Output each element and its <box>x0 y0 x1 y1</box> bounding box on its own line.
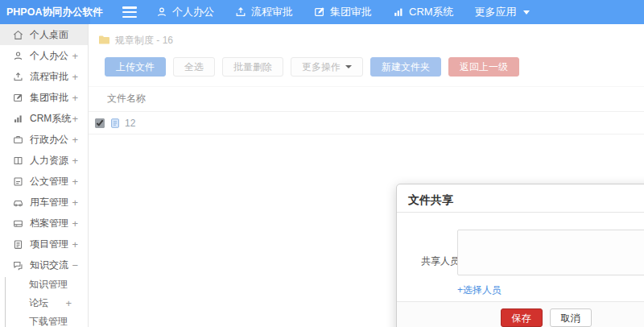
sidebar-item-admin-office[interactable]: 行政办公 + <box>0 129 88 150</box>
nav-label: 集团审批 <box>330 5 372 19</box>
sidebar-subitem-download-mgmt[interactable]: 下载管理 <box>0 313 88 327</box>
chat-bubbles-icon <box>13 260 23 271</box>
sidebar-item-group-approval[interactable]: 集团审批 + <box>0 87 88 108</box>
edit-square-icon <box>13 93 23 103</box>
sidebar-item-hr[interactable]: 人力资源 + <box>0 150 88 171</box>
nav-label: 流程审批 <box>251 5 293 19</box>
sidebar-item-process-approval[interactable]: 流程审批 + <box>0 66 88 87</box>
briefcase-icon <box>13 135 23 145</box>
sidebar-item-label: 集团审批 <box>30 91 72 105</box>
sidebar-item-vehicle-mgmt[interactable]: 用车管理 + <box>0 192 88 213</box>
sidebar-item-label: 档案管理 <box>30 217 72 230</box>
file-icon <box>109 118 121 129</box>
upload-file-button[interactable]: 上传文件 <box>105 57 166 77</box>
file-name-column-header: 文件名称 <box>89 86 644 112</box>
app-window: PHPOA协同办公软件 个人办公 流程审批 集团审批 CRM系统 更多应用 <box>0 0 644 327</box>
knowledge-exchange-submenu: 知识管理 论坛 + 下载管理 <box>0 275 88 327</box>
modal-footer: 保存 取消 <box>397 301 644 327</box>
more-actions-dropdown[interactable]: 更多操作 <box>291 57 363 77</box>
expand-plus-icon[interactable]: + <box>72 238 78 250</box>
share-personnel-input[interactable] <box>457 230 644 275</box>
modal-title: 文件共享 <box>408 193 453 206</box>
document-edit-icon <box>13 176 23 187</box>
hamburger-menu-icon[interactable] <box>122 6 137 18</box>
bar-chart-icon <box>13 114 23 124</box>
expand-plus-icon[interactable]: + <box>72 134 78 146</box>
sidebar-subitem-label: 知识管理 <box>29 278 72 292</box>
home-icon <box>13 30 23 40</box>
car-icon <box>13 197 23 208</box>
batch-delete-button[interactable]: 批量删除 <box>222 57 283 77</box>
top-navigation: 个人办公 流程审批 集团审批 CRM系统 更多应用 <box>156 5 530 19</box>
sidebar-item-project-mgmt[interactable]: 项目管理 + <box>0 234 88 255</box>
nav-process-approval[interactable]: 流程审批 <box>235 5 293 19</box>
sidebar: 个人桌面 个人办公 + 流程审批 + 集团审批 + CRM系统 + 行政办公 + <box>0 24 89 327</box>
book-icon <box>13 155 23 166</box>
new-folder-button[interactable]: 新建文件夹 <box>370 57 441 77</box>
user-icon <box>13 51 23 61</box>
file-share-modal: 文件共享 共享人员 +选择人员 保存 取消 <box>396 184 644 327</box>
sidebar-item-crm[interactable]: CRM系统 + <box>0 108 88 129</box>
sidebar-item-label: 行政办公 <box>30 133 72 147</box>
sidebar-subitem-forum[interactable]: 论坛 + <box>0 294 88 313</box>
sidebar-item-label: 人力资源 <box>30 154 72 168</box>
sidebar-item-label: 流程审批 <box>30 70 72 84</box>
user-icon <box>156 6 167 18</box>
expand-plus-icon[interactable]: + <box>65 297 72 309</box>
collapse-minus-icon[interactable]: − <box>72 259 78 271</box>
sidebar-item-personal-office[interactable]: 个人办公 + <box>0 45 88 66</box>
expand-plus-icon[interactable]: + <box>72 217 78 230</box>
sidebar-subitem-knowledge-mgmt[interactable]: 知识管理 <box>0 275 88 294</box>
breadcrumb: 规章制度 - 16 <box>89 24 644 48</box>
drive-icon <box>13 218 23 229</box>
bar-chart-icon <box>393 6 404 18</box>
sidebar-item-label: 个人办公 <box>30 49 72 63</box>
sidebar-subitem-label: 论坛 <box>29 296 65 310</box>
sidebar-item-archive-mgmt[interactable]: 档案管理 + <box>0 213 88 234</box>
expand-plus-icon[interactable]: + <box>72 155 78 167</box>
caret-down-icon <box>523 10 530 14</box>
sidebar-item-label: 个人桌面 <box>30 28 78 42</box>
expand-plus-icon[interactable]: + <box>72 176 78 188</box>
choose-personnel-link[interactable]: +选择人员 <box>457 284 502 297</box>
submenu-guide-line <box>5 277 6 327</box>
breadcrumb-text: 规章制度 - 16 <box>115 34 173 48</box>
expand-plus-icon[interactable]: + <box>72 197 78 209</box>
sidebar-item-label: 用车管理 <box>30 196 72 209</box>
expand-plus-icon[interactable]: + <box>72 113 78 125</box>
nav-label: CRM系统 <box>409 5 454 19</box>
upload-tray-icon <box>13 72 23 82</box>
sidebar-item-label: 公文管理 <box>30 175 72 188</box>
share-personnel-label: 共享人员 <box>421 255 460 268</box>
row-checkbox[interactable] <box>95 118 105 128</box>
cancel-button[interactable]: 取消 <box>550 308 592 327</box>
more-actions-label: 更多操作 <box>302 61 341 72</box>
folder-icon <box>98 35 110 48</box>
sidebar-item-personal-desktop[interactable]: 个人桌面 <box>0 24 88 45</box>
nav-personal-office[interactable]: 个人办公 <box>156 5 214 19</box>
table-row[interactable]: 12 <box>89 112 644 135</box>
expand-plus-icon[interactable]: + <box>72 71 78 83</box>
sidebar-subitem-label: 下载管理 <box>29 315 72 327</box>
nav-more-apps[interactable]: 更多应用 <box>475 5 530 19</box>
modal-body: 共享人员 +选择人员 <box>397 213 644 301</box>
sidebar-item-document-mgmt[interactable]: 公文管理 + <box>0 171 88 192</box>
expand-plus-icon[interactable]: + <box>72 50 78 62</box>
nav-group-approval[interactable]: 集团审批 <box>314 5 372 19</box>
sidebar-item-label: CRM系统 <box>30 112 72 126</box>
select-all-button[interactable]: 全选 <box>173 57 215 77</box>
modal-header: 文件共享 <box>397 184 644 213</box>
caret-down-icon <box>345 65 352 68</box>
expand-plus-icon[interactable]: + <box>72 92 78 104</box>
nav-crm-system[interactable]: CRM系统 <box>393 5 454 19</box>
app-logo: PHPOA协同办公软件 <box>0 0 90 24</box>
sidebar-item-label: 项目管理 <box>30 238 72 251</box>
file-toolbar: 上传文件 全选 批量删除 更多操作 新建文件夹 返回上一级 <box>105 57 644 77</box>
go-back-button[interactable]: 返回上一级 <box>448 57 519 77</box>
file-name: 12 <box>125 118 135 129</box>
save-button[interactable]: 保存 <box>501 308 543 327</box>
nav-label: 更多应用 <box>475 5 517 19</box>
upload-tray-icon <box>235 6 246 18</box>
sidebar-item-knowledge-exchange[interactable]: 知识交流 − <box>0 255 88 275</box>
file-table: 文件名称 12 <box>89 86 644 135</box>
